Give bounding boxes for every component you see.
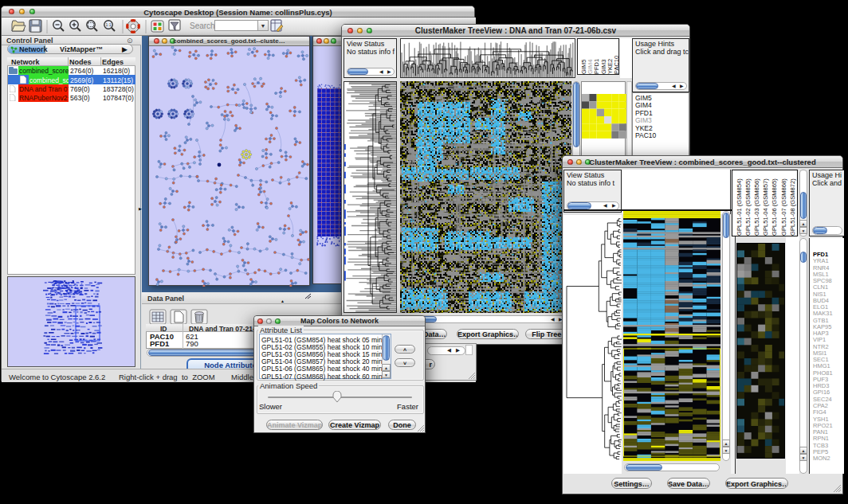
svg-text:GPL51-07 (GSM868): GPL51-07 (GSM868) (780, 178, 787, 236)
svg-text:PAC10: PAC10 (613, 56, 620, 74)
svg-text:GPL51-03 (GSM856): GPL51-03 (GSM856) (753, 178, 760, 236)
svg-text:GPL51-02 (GSM855): GPL51-02 (GSM855) (744, 178, 752, 236)
svg-text:GPL51-04 (GSM857): GPL51-04 (GSM857) (762, 178, 769, 236)
svg-text:GPL51-08 (GSM872): GPL51-08 (GSM872) (789, 178, 796, 236)
svg-text:GPL51-06 (GSM865): GPL51-06 (GSM865) (771, 178, 778, 236)
svg-text:1:1: 1:1 (106, 22, 112, 27)
svg-text:GPL51-01 (GSM854): GPL51-01 (GSM854) (736, 178, 743, 236)
